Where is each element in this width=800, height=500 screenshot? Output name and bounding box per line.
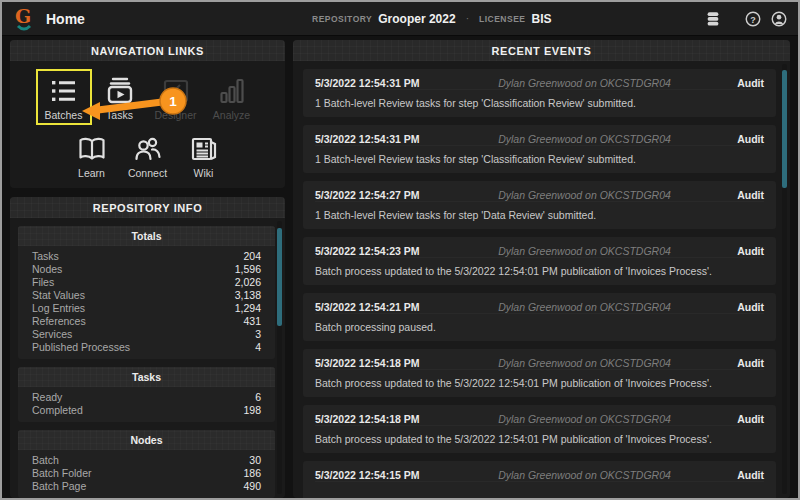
row-value: 1,596 bbox=[235, 263, 261, 276]
row-label: Batch Folder bbox=[32, 467, 92, 480]
audit-badge: Audit bbox=[694, 301, 764, 313]
event-timestamp: 5/3/2022 12:54:18 PM bbox=[315, 357, 475, 369]
event-card[interactable]: 5/3/2022 12:54:31 PM Dylan Greenwood on … bbox=[303, 69, 776, 117]
event-message: 1 Batch-level Review tasks for step 'Cla… bbox=[315, 97, 764, 109]
nav-label-connect: Connect bbox=[128, 167, 167, 179]
event-author: Dylan Greenwood on OKCSTDGR04 bbox=[475, 469, 694, 481]
events-scrollbar[interactable] bbox=[782, 64, 787, 494]
licensee-label: LICENSEE bbox=[479, 14, 526, 24]
row-value: 198 bbox=[243, 404, 261, 417]
event-timestamp: 5/3/2022 12:54:15 PM bbox=[315, 469, 475, 481]
nav-label-batches: Batches bbox=[45, 109, 83, 121]
row-label: Stat Values bbox=[32, 289, 85, 302]
user-icon[interactable] bbox=[770, 10, 788, 28]
row-label: Nodes bbox=[32, 263, 62, 276]
info-row: Completed198 bbox=[18, 404, 275, 417]
row-value: 30 bbox=[249, 454, 261, 467]
repository-info-body: Totals Tasks204 Nodes1,596 Files2,026 St… bbox=[10, 218, 285, 498]
event-card[interactable]: 5/3/2022 12:54:18 PM Dylan Greenwood on … bbox=[303, 405, 776, 453]
topbar-icon-group: ? bbox=[704, 2, 788, 35]
event-card[interactable]: 5/3/2022 12:54:18 PM Dylan Greenwood on … bbox=[303, 349, 776, 397]
event-message: Batch process updated to the 5/3/2022 12… bbox=[315, 433, 764, 445]
event-card[interactable]: 5/3/2022 12:54:27 PM Dylan Greenwood on … bbox=[303, 181, 776, 229]
event-timestamp: 5/3/2022 12:54:31 PM bbox=[315, 77, 475, 89]
repository-scrollbar-thumb[interactable] bbox=[277, 228, 282, 326]
page-title: Home bbox=[46, 11, 85, 27]
help-icon[interactable]: ? bbox=[744, 10, 762, 28]
event-timestamp: 5/3/2022 12:54:27 PM bbox=[315, 189, 475, 201]
events-scrollbar-thumb[interactable] bbox=[782, 70, 787, 188]
event-timestamp: 5/3/2022 12:54:21 PM bbox=[315, 301, 475, 313]
totals-card: Totals Tasks204 Nodes1,596 Files2,026 St… bbox=[18, 226, 275, 359]
designer-icon bbox=[160, 75, 192, 107]
repository-info-bar: REPOSITORY Grooper 2022 · LICENSEE BIS bbox=[312, 2, 552, 35]
event-header: 5/3/2022 12:54:31 PM Dylan Greenwood on … bbox=[315, 133, 764, 146]
row-label: Ready bbox=[32, 391, 62, 404]
info-row: Log Entries1,294 bbox=[18, 302, 275, 315]
recent-events-title: RECENT EVENTS bbox=[293, 40, 790, 61]
event-header: 5/3/2022 12:54:31 PM Dylan Greenwood on … bbox=[315, 77, 764, 90]
navigation-rows: Batches Tasks bbox=[10, 69, 285, 188]
event-card[interactable]: 5/3/2022 12:54:31 PM Dylan Greenwood on … bbox=[303, 125, 776, 173]
event-header: 5/3/2022 12:54:27 PM Dylan Greenwood on … bbox=[315, 189, 764, 202]
info-row: Batch Page490 bbox=[18, 480, 275, 493]
row-value: 4 bbox=[255, 341, 261, 354]
nav-item-tasks[interactable]: Tasks bbox=[92, 69, 148, 125]
nav-label-tasks: Tasks bbox=[106, 109, 133, 121]
nav-label-wiki: Wiki bbox=[194, 167, 214, 179]
recent-events-panel: RECENT EVENTS 5/3/2022 12:54:31 PM Dylan… bbox=[293, 40, 790, 498]
info-row: Stat Values3,138 bbox=[18, 289, 275, 302]
event-message: 1 Batch-level Review tasks for step 'Cla… bbox=[315, 153, 764, 165]
row-value: 2,026 bbox=[235, 276, 261, 289]
row-label: Services bbox=[32, 328, 72, 341]
event-timestamp: 5/3/2022 12:54:23 PM bbox=[315, 245, 475, 257]
row-label: Batch bbox=[32, 454, 59, 467]
batches-list-icon bbox=[48, 75, 80, 107]
audit-badge: Audit bbox=[694, 245, 764, 257]
database-icon[interactable] bbox=[704, 10, 722, 28]
row-label: References bbox=[32, 315, 86, 328]
nav-item-wiki[interactable]: Wiki bbox=[176, 127, 232, 183]
event-author: Dylan Greenwood on OKCSTDGR04 bbox=[475, 133, 694, 145]
repository-info-panel: REPOSITORY INFO Totals Tasks204 Nodes1,5… bbox=[10, 197, 285, 498]
row-label: Tasks bbox=[32, 250, 59, 263]
nav-item-analyze: Analyze bbox=[204, 69, 260, 125]
info-row: Ready6 bbox=[18, 391, 275, 404]
row-label: Completed bbox=[32, 404, 83, 417]
audit-badge: Audit bbox=[694, 77, 764, 89]
top-bar: G Home REPOSITORY Grooper 2022 · LICENSE… bbox=[2, 2, 798, 36]
event-card[interactable]: 5/3/2022 12:54:21 PM Dylan Greenwood on … bbox=[303, 293, 776, 341]
app-window: G Home REPOSITORY Grooper 2022 · LICENSE… bbox=[0, 0, 800, 500]
info-row: Batch Folder186 bbox=[18, 467, 275, 480]
info-row: Published Processes4 bbox=[18, 341, 275, 354]
totals-card-title: Totals bbox=[18, 226, 275, 246]
licensee-value: BIS bbox=[532, 12, 552, 26]
event-message: Batch process updated to the 5/3/2022 12… bbox=[315, 265, 764, 277]
event-author: Dylan Greenwood on OKCSTDGR04 bbox=[475, 189, 694, 201]
tasks-card: Tasks Ready6 Completed198 bbox=[18, 367, 275, 422]
nav-item-connect[interactable]: Connect bbox=[120, 127, 176, 183]
row-value: 3 bbox=[255, 328, 261, 341]
info-row: Tasks204 bbox=[18, 250, 275, 263]
event-header: 5/3/2022 12:54:18 PM Dylan Greenwood on … bbox=[315, 357, 764, 370]
repository-scrollbar[interactable] bbox=[277, 221, 282, 494]
tasks-card-title: Tasks bbox=[18, 367, 275, 387]
event-message: 1 Batch-level Review tasks for step 'Dat… bbox=[315, 209, 764, 221]
event-card[interactable]: 5/3/2022 12:54:15 PM Dylan Greenwood on … bbox=[303, 461, 776, 498]
info-row: Batch30 bbox=[18, 454, 275, 467]
row-value: 6 bbox=[255, 391, 261, 404]
separator-dot: · bbox=[466, 13, 469, 24]
event-card[interactable]: 5/3/2022 12:54:23 PM Dylan Greenwood on … bbox=[303, 237, 776, 285]
row-label: Files bbox=[32, 276, 54, 289]
connect-people-icon bbox=[132, 133, 164, 165]
event-header: 5/3/2022 12:54:23 PM Dylan Greenwood on … bbox=[315, 245, 764, 258]
repository-label: REPOSITORY bbox=[312, 14, 372, 24]
navigation-links-panel: NAVIGATION LINKS Batc bbox=[10, 40, 285, 188]
main-content: NAVIGATION LINKS Batc bbox=[2, 36, 798, 498]
row-label: Batch Page bbox=[32, 480, 86, 493]
nav-label-analyze: Analyze bbox=[213, 109, 250, 121]
event-author: Dylan Greenwood on OKCSTDGR04 bbox=[475, 301, 694, 313]
nav-item-learn[interactable]: Learn bbox=[64, 127, 120, 183]
info-row: Files2,026 bbox=[18, 276, 275, 289]
nav-item-batches[interactable]: Batches bbox=[36, 69, 92, 125]
